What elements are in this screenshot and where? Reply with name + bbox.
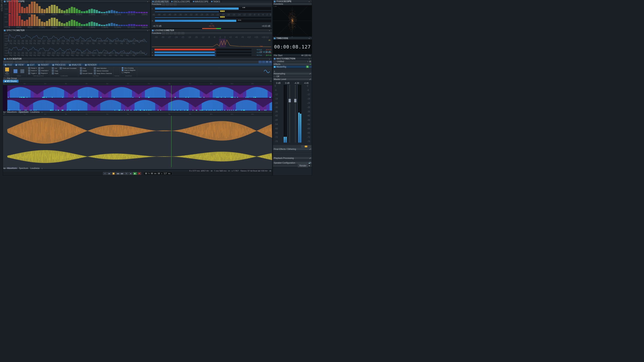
collapse-icon[interactable]: ▪ [147, 0, 149, 2]
nav-button[interactable]: ← [258, 61, 262, 63]
toolbar-button[interactable] [174, 32, 176, 34]
skip-start-button[interactable]: ⏮ [107, 172, 111, 175]
view-options-icon[interactable]: ↕ [40, 111, 43, 113]
panel-header[interactable]: AUDIOEDITOR ▪ [3, 57, 272, 60]
tab-levelmeter[interactable]: LEVELMETER [151, 0, 170, 3]
preset-row[interactable]: Untitled ↕ ⊞ [273, 60, 312, 63]
toolbar-button[interactable] [170, 3, 173, 5]
tab-loudness[interactable]: Loudness [29, 167, 40, 169]
toolbar-button[interactable] [52, 61, 55, 63]
panel-header[interactable]: LOUDNESSMETER ▪ [151, 29, 272, 32]
final-effects-header[interactable]: Final Effects / Dithering⤢ [273, 148, 312, 151]
paste-button[interactable]: Paste [51, 72, 59, 75]
toolbar-button[interactable] [166, 32, 169, 34]
tab-loudness[interactable]: Loudness [29, 111, 40, 113]
rewind-button[interactable]: ◀◀ [116, 172, 120, 175]
toolbar-button[interactable] [34, 61, 37, 63]
ribbon-tab-render[interactable]: RENDER [83, 63, 98, 66]
paste-and-crossfade-button[interactable]: Paste and Crossfade [59, 67, 77, 69]
toolbar-button[interactable] [30, 61, 33, 63]
toolbar-button[interactable] [178, 32, 180, 34]
toolbar-button[interactable] [61, 61, 64, 63]
effects-header[interactable]: Effects+ [273, 63, 312, 66]
mute-selection-button[interactable]: Mute Selection [93, 67, 113, 69]
resampling-row[interactable]: Off [273, 75, 312, 78]
ribbon-tab-process[interactable]: PROCESS [51, 63, 68, 66]
render-button[interactable]: Render [298, 164, 308, 167]
expand-icon[interactable]: ⤢ [309, 78, 311, 80]
time-ruler[interactable]: 0 s1 s2 s3 s4 s5 s6 s7 s8 s9 s10 s11 s12… [3, 113, 272, 116]
file-tab[interactable]: MS Drums [3, 80, 18, 82]
extend-button[interactable]: Extend ▾ [28, 69, 38, 72]
view-options-icon[interactable]: ↕ [40, 167, 43, 169]
smooth-delete-button[interactable]: Smooth Delete [79, 72, 93, 75]
panel-header[interactable]: SPECTROMETER ▪ [3, 29, 150, 32]
panel-header[interactable]: MASTERSECTION ▪ [273, 57, 312, 60]
play-button[interactable]: ▶ [133, 172, 137, 175]
expand-icon[interactable]: ⤢ [309, 157, 311, 159]
silence-generator-button[interactable]: Silence Generator [93, 69, 113, 72]
tab-waveform[interactable]: Waveform [6, 111, 18, 113]
functions-menu[interactable]: Functions [152, 32, 161, 34]
tab-spectrum[interactable]: Spectrum [18, 167, 29, 169]
toolbar-button[interactable] [49, 61, 52, 63]
toggle-button[interactable]: Toggle ▾ [28, 72, 38, 75]
toolbar-button[interactable] [10, 61, 13, 63]
toolbar-button[interactable] [15, 61, 18, 63]
waveform-view-top[interactable] [3, 116, 272, 146]
toolbar-button[interactable] [162, 32, 165, 34]
toolbar-button[interactable] [68, 61, 70, 63]
unlink-button[interactable] [308, 145, 311, 148]
preset-button[interactable]: ⊞ [309, 60, 311, 63]
zero-crossing-option[interactable]: Zero-Crossing [121, 67, 136, 69]
ribbon-tab-insert[interactable]: INSERT [36, 63, 51, 66]
power-icon[interactable] [274, 60, 276, 63]
forward-button[interactable]: ▶▶ [120, 172, 124, 175]
tool-button[interactable] [12, 67, 19, 75]
collapse-icon[interactable]: ▪ [309, 37, 311, 39]
waveform-view-bottom[interactable] [3, 146, 272, 167]
toolbar-button[interactable] [181, 32, 184, 34]
toolbar-button[interactable] [170, 32, 173, 34]
panel-header[interactable]: SPECTROSCOPE ▪ [3, 0, 150, 3]
timecode-mode[interactable]: File Start [274, 54, 282, 57]
toolbar-button[interactable] [22, 61, 25, 63]
ribbon-tab-edit[interactable]: EDIT [26, 63, 37, 66]
tab-spectrum[interactable]: Spectrum [18, 111, 29, 113]
functions-menu[interactable]: Functions [152, 3, 161, 5]
snap-to-magnets-option[interactable]: Snap to Magnets [121, 69, 136, 71]
transport-time[interactable]: 00 h 00 mn 08 s 127 ms [143, 172, 172, 175]
magnets-option[interactable]: Magnets [121, 71, 136, 73]
crop-button[interactable]: Crop [79, 67, 93, 69]
toolbar-button[interactable] [64, 61, 67, 63]
toolbar-button[interactable] [37, 61, 40, 63]
record-button[interactable] [137, 172, 141, 175]
loop-button[interactable]: ↻ [124, 172, 128, 175]
expand-icon[interactable]: ⤢ [309, 72, 311, 75]
tool-button[interactable] [19, 67, 26, 75]
toolbar-button[interactable] [25, 61, 28, 63]
swap-stereo-channels-button[interactable]: Swap Stereo Channels [93, 72, 113, 75]
functions-menu[interactable]: Functions [274, 3, 283, 5]
edit-project-button[interactable]: EditProject [4, 67, 10, 75]
expand-icon[interactable]: ⤢ [309, 148, 311, 150]
add-effect-icon[interactable]: + [310, 63, 311, 65]
fader-right[interactable] [294, 85, 296, 143]
ribbon-tab-analyze[interactable]: ANALYZE [68, 63, 83, 66]
tab-tasks[interactable]: TASKS [210, 0, 222, 3]
tab-wavescope[interactable]: WAVESCOPE [192, 0, 210, 3]
effect-slot[interactable]: MasterRigS [273, 66, 312, 68]
tab-waveform[interactable]: Waveform [6, 167, 18, 169]
copy-button[interactable]: Copy [51, 69, 59, 72]
nav-button[interactable]: ⊞ [266, 61, 268, 63]
cut-button[interactable]: Cut [51, 67, 59, 69]
toolbar-button[interactable] [18, 61, 22, 63]
all-button[interactable]: All ▾ [38, 67, 49, 69]
toolbar-button[interactable] [46, 61, 48, 63]
collapse-icon[interactable]: ▪ [309, 0, 311, 2]
nav-button[interactable]: → [262, 61, 265, 63]
toolbar-button[interactable] [3, 61, 6, 63]
fader-left[interactable] [288, 85, 291, 143]
panel-header[interactable]: PHASESCOPE ▪ [273, 0, 312, 3]
sidebar-tab[interactable]: BIT METER [0, 0, 3, 11]
